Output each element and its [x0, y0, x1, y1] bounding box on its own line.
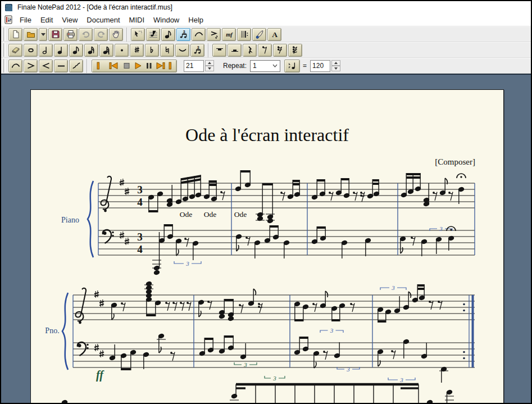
- rewind: [110, 63, 117, 69]
- menu-view[interactable]: View: [57, 15, 82, 25]
- menu-bar: FileEditViewDocumentMIDIWindowHelp: [1, 13, 531, 26]
- decrescendo-button[interactable]: [24, 60, 38, 72]
- articulation-tool-button[interactable]: [207, 28, 221, 41]
- svg-text:3: 3: [346, 366, 350, 373]
- lyrics-tool-button[interactable]: [252, 28, 266, 41]
- fast-forward: [157, 63, 165, 69]
- tempo-spinner-down-arrow[interactable]: [331, 66, 340, 71]
- open-dropdown-button[interactable]: [39, 28, 47, 41]
- smartshape-tool-button[interactable]: [192, 28, 206, 41]
- title-bar: Finale NotePad 2012 - [Ode à l'écran int…: [1, 1, 531, 13]
- quarter-rest-button[interactable]: [243, 44, 257, 57]
- svg-text:3: 3: [391, 284, 395, 291]
- save-button[interactable]: [48, 28, 62, 41]
- expression-tool-button[interactable]: mf: [222, 28, 236, 41]
- tempo-spinner-up-arrow[interactable]: [331, 60, 340, 66]
- app-window: Finale NotePad 2012 - [Ode à l'écran int…: [0, 0, 532, 404]
- toolbar-grip[interactable]: [3, 43, 6, 57]
- go-to-end: [169, 62, 171, 69]
- document-area[interactable]: Ode à l'écran interactif [Composer] Pian…: [1, 75, 531, 403]
- glissando-button[interactable]: [69, 60, 83, 72]
- svg-text:3: 3: [185, 260, 189, 267]
- tempo-spinner-value[interactable]: 120: [310, 60, 330, 72]
- thirtysecond-rest-button[interactable]: [288, 44, 302, 57]
- tempo-spinner: 120: [310, 60, 340, 72]
- svg-text:3: 3: [137, 184, 143, 196]
- toolbar-grip[interactable]: [3, 28, 6, 41]
- line-shape-button[interactable]: [54, 60, 68, 72]
- toolbar-simple-entry: 3: [1, 42, 531, 58]
- sixteenth-rest-button[interactable]: [273, 44, 287, 57]
- eraser-button[interactable]: [8, 44, 22, 57]
- toolbar-separator: [208, 43, 209, 57]
- whole-note-button[interactable]: [24, 44, 38, 57]
- svg-text:A: A: [272, 30, 278, 39]
- measure-spinner-value[interactable]: 21: [184, 60, 204, 72]
- toolbar-separator: [126, 28, 128, 42]
- pause: [147, 63, 152, 69]
- augmentation-dot-button[interactable]: [115, 44, 129, 57]
- undo-button[interactable]: [79, 28, 93, 41]
- tempo-note-button[interactable]: [284, 60, 300, 72]
- selection-tool-button[interactable]: [131, 28, 145, 41]
- natural-button[interactable]: [160, 44, 174, 57]
- toolbar-separator: [87, 59, 88, 73]
- new-document-button[interactable]: [8, 28, 22, 41]
- thirtysecond-note-button[interactable]: [99, 44, 113, 57]
- menu-window[interactable]: Window: [149, 15, 184, 25]
- svg-text:3: 3: [330, 327, 334, 334]
- svg-text:3: 3: [197, 46, 199, 49]
- score-page[interactable]: Ode à l'écran interactif [Composer] Pian…: [30, 89, 504, 403]
- menu-midi[interactable]: MIDI: [125, 15, 149, 25]
- repeat-label: Repeat:: [223, 62, 247, 70]
- tuplet-tool-button[interactable]: 3: [176, 28, 190, 41]
- tuplet-button[interactable]: 3: [190, 44, 204, 57]
- redo-button[interactable]: [94, 28, 108, 41]
- measure-spinner-down-arrow[interactable]: [205, 66, 214, 71]
- quarter-note-button[interactable]: [54, 44, 68, 57]
- half-note-button[interactable]: [39, 44, 53, 57]
- crescendo-button[interactable]: [39, 60, 53, 72]
- text-tool-button[interactable]: A: [267, 28, 281, 41]
- svg-text:3: 3: [399, 376, 403, 383]
- eighth-note-button[interactable]: [69, 44, 83, 57]
- repeat-select[interactable]: 1: [250, 60, 280, 72]
- svg-text:4: 4: [137, 243, 143, 255]
- svg-text:mf: mf: [226, 31, 233, 38]
- chevron-down-icon: [272, 64, 278, 67]
- playback-controls[interactable]: [92, 60, 177, 72]
- flat-button[interactable]: [145, 44, 159, 57]
- slur-shape-button[interactable]: [8, 60, 22, 72]
- measure-spinner: 21: [184, 60, 214, 72]
- eighth-rest-button[interactable]: [258, 44, 272, 57]
- equals-sign: =: [303, 62, 307, 70]
- toolbar-playback: 21Repeat:1=120: [1, 58, 531, 74]
- sharp-button[interactable]: [130, 44, 144, 57]
- window-title: Finale NotePad 2012 - [Ode à l'écran int…: [17, 3, 172, 11]
- music-notation: 343433333333: [31, 90, 504, 403]
- menu-document[interactable]: Document: [82, 15, 124, 25]
- print-button[interactable]: [63, 28, 78, 41]
- sixteenth-note-button[interactable]: [84, 44, 98, 57]
- hand-grabber-button[interactable]: [109, 28, 123, 41]
- toolbar-grip[interactable]: [3, 59, 6, 72]
- app-icon: [5, 3, 13, 12]
- svg-text:3: 3: [272, 375, 276, 382]
- menu-file[interactable]: File: [15, 15, 36, 25]
- svg-text:3: 3: [439, 225, 443, 232]
- play: [135, 63, 141, 69]
- go-to-start: [97, 62, 99, 69]
- half-rest-button[interactable]: [228, 44, 242, 57]
- measure-spinner-up-arrow[interactable]: [205, 60, 214, 66]
- svg-text:4: 4: [137, 196, 143, 208]
- simple-entry-tool-button[interactable]: [161, 28, 175, 41]
- open-button[interactable]: [24, 28, 38, 41]
- menu-edit[interactable]: Edit: [36, 15, 57, 25]
- repeat-select-value: 1: [253, 62, 257, 70]
- tie-button[interactable]: [175, 44, 189, 57]
- whole-rest-button[interactable]: [212, 44, 226, 57]
- menu-help[interactable]: Help: [184, 15, 208, 25]
- repeat-tool-button[interactable]: [237, 28, 251, 41]
- staff-tool-button[interactable]: [146, 28, 160, 41]
- document-menu-icon[interactable]: [4, 15, 13, 24]
